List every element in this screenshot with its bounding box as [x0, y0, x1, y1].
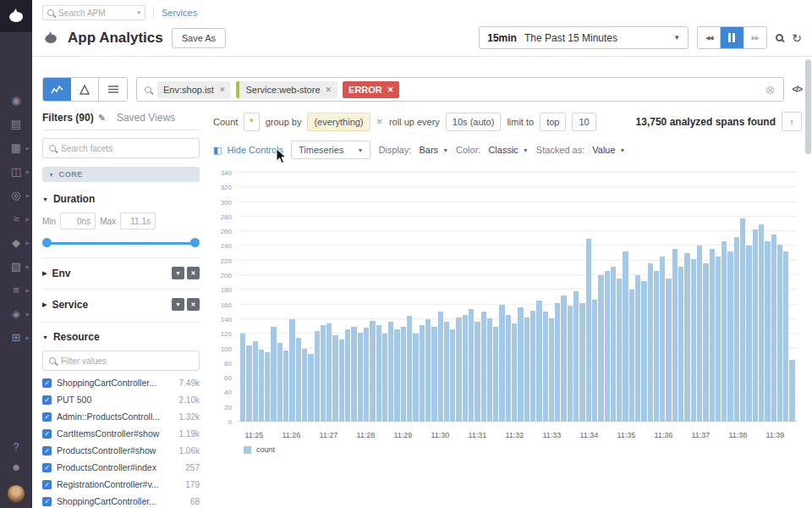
facet-value-row[interactable]: ✓Admin::ProductsControll...1.32k — [42, 408, 200, 425]
checkbox-checked-icon[interactable]: ✓ — [42, 395, 52, 405]
bar[interactable] — [654, 271, 659, 422]
duration-slider[interactable] — [44, 238, 198, 248]
remove-filter-icon[interactable]: ✕ — [326, 86, 332, 94]
bar[interactable] — [561, 295, 566, 422]
checkbox-checked-icon[interactable]: ✓ — [42, 463, 52, 472]
facet-section-duration[interactable]: ▼ Duration — [42, 193, 200, 205]
bar[interactable] — [672, 249, 678, 422]
bar[interactable] — [308, 354, 313, 422]
bar[interactable] — [536, 301, 541, 422]
bar[interactable] — [493, 327, 498, 422]
bar[interactable] — [697, 246, 702, 422]
bar[interactable] — [407, 316, 412, 422]
bar[interactable] — [487, 318, 492, 422]
limit-value-button[interactable]: 10 — [572, 113, 595, 131]
sidebar-item-security[interactable]: ◈▶ — [0, 301, 32, 325]
sidebar-item-help[interactable]: ? — [0, 437, 32, 457]
checkbox-checked-icon[interactable]: ✓ — [42, 446, 52, 456]
bar[interactable] — [518, 307, 523, 422]
remove-facet-icon[interactable]: ✕ — [187, 267, 200, 279]
bar[interactable] — [759, 224, 764, 422]
bar[interactable] — [648, 263, 653, 422]
limit-mode-button[interactable]: top — [540, 113, 566, 131]
bar[interactable] — [789, 360, 794, 422]
bar[interactable] — [660, 257, 665, 422]
page-scrollbar-thumb[interactable] — [805, 59, 811, 154]
edit-pencil-icon[interactable]: ✎ — [98, 113, 106, 124]
color-select[interactable]: Classic ▼ — [488, 145, 528, 155]
bar[interactable] — [629, 290, 634, 422]
bar[interactable] — [265, 352, 270, 422]
measure-label[interactable]: Count — [213, 117, 238, 127]
bar[interactable] — [315, 331, 320, 422]
bar[interactable] — [401, 327, 406, 422]
list-view-button[interactable] — [99, 78, 127, 101]
bar[interactable] — [641, 281, 646, 422]
bar[interactable] — [351, 327, 356, 422]
rollup-value-button[interactable]: 10s (auto) — [446, 113, 502, 131]
sidebar-item-metrics[interactable]: ≈▶ — [0, 207, 32, 230]
bar[interactable] — [598, 275, 603, 422]
bar[interactable] — [777, 245, 782, 422]
tab-filters[interactable]: Filters (90) ✎ — [42, 112, 106, 124]
resource-filter-box[interactable] — [42, 351, 200, 371]
facet-section-service[interactable]: ▶ Service ▼ ✕ — [42, 289, 200, 311]
filter-funnel-icon[interactable]: ▼ — [172, 267, 184, 279]
checkbox-checked-icon[interactable]: ✓ — [42, 497, 52, 506]
chevron-down-icon[interactable]: ▾ — [137, 9, 140, 16]
checkbox-checked-icon[interactable]: ✓ — [42, 429, 52, 439]
filter-funnel-icon[interactable]: ▼ — [172, 298, 184, 311]
bar[interactable] — [332, 335, 337, 422]
stacked-select[interactable]: Value ▼ — [592, 145, 625, 155]
bar[interactable] — [259, 350, 264, 422]
hide-controls-link[interactable]: ◧ Hide Controls — [213, 145, 283, 156]
facet-value-row[interactable]: ✓ProductsController#index257 — [42, 459, 200, 476]
facet-value-row[interactable]: ✓RegistrationController#v...179 — [42, 476, 200, 493]
bar[interactable] — [530, 311, 535, 422]
bar[interactable] — [555, 303, 560, 422]
filter-pill-service[interactable]: Service:web-store✕ — [236, 81, 337, 98]
remove-group-by-icon[interactable]: ✕ — [376, 117, 383, 126]
sidebar-item-watchdog[interactable]: ◉ — [0, 88, 32, 112]
bar[interactable] — [678, 267, 683, 422]
step-backward-button[interactable]: ◀◀ — [698, 27, 721, 48]
bar[interactable] — [425, 319, 431, 422]
sidebar-item-notebooks[interactable]: ▧▶ — [0, 254, 32, 278]
bar[interactable] — [321, 325, 326, 422]
sidebar-item-apm[interactable]: ◆▶ — [0, 230, 32, 254]
facet-value-row[interactable]: ✓ProductsController#show1.06k — [42, 442, 200, 459]
sidebar-item-monitors[interactable]: ◎▶ — [0, 183, 32, 207]
bar[interactable] — [382, 334, 387, 422]
bar[interactable] — [771, 235, 776, 422]
remove-filter-icon[interactable]: ✕ — [387, 86, 394, 94]
bar[interactable] — [605, 271, 610, 422]
facet-section-resource[interactable]: ▼ Resource — [42, 322, 200, 343]
bar[interactable] — [753, 229, 758, 422]
bar[interactable] — [684, 253, 689, 422]
resource-filter-input[interactable] — [61, 356, 193, 366]
bar[interactable] — [277, 343, 283, 422]
bar[interactable] — [388, 322, 393, 422]
zoom-search-button[interactable] — [776, 34, 783, 41]
bar[interactable] — [635, 275, 640, 422]
toplist-view-button[interactable] — [71, 78, 99, 101]
clear-query-icon[interactable]: ⊗ — [765, 83, 776, 97]
display-select[interactable]: Bars ▼ — [420, 145, 449, 155]
checkbox-checked-icon[interactable]: ✓ — [42, 412, 52, 422]
query-input[interactable] — [405, 83, 759, 96]
bar[interactable] — [499, 305, 504, 422]
facet-value-row[interactable]: ✓CartItemsController#show1.19k — [42, 425, 200, 442]
bar[interactable] — [246, 345, 251, 422]
facet-value-row[interactable]: ✓ShoppingCartController...7.49k — [42, 374, 200, 391]
bar[interactable] — [703, 263, 708, 422]
checkbox-checked-icon[interactable]: ✓ — [42, 378, 52, 388]
bar[interactable] — [586, 239, 591, 422]
bar[interactable] — [394, 329, 399, 422]
timeseries-view-button[interactable] — [43, 78, 71, 101]
datadog-logo[interactable] — [0, 0, 32, 32]
bar[interactable] — [456, 318, 461, 422]
refresh-button[interactable]: ↻ — [792, 31, 802, 45]
code-view-icon[interactable]: </> — [793, 85, 802, 94]
timeseries-chart[interactable]: 0204060801001201401601802002202402602803… — [213, 173, 802, 445]
facet-value-row[interactable]: ✓PUT 5002.10k — [42, 391, 200, 408]
